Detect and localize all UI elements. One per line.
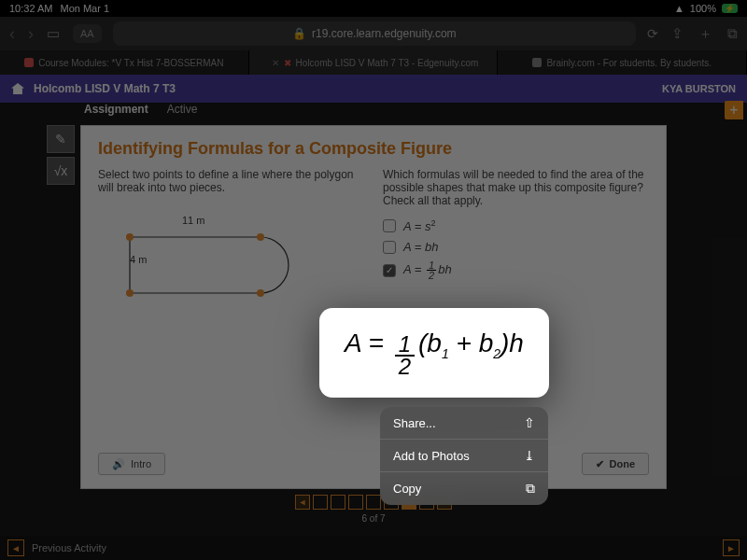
page-1[interactable] [313, 495, 328, 510]
option-3[interactable]: A = 12bh [383, 260, 649, 280]
tab-icon [532, 58, 542, 67]
lesson-card: Identifying Formulas for a Composite Fig… [80, 125, 667, 489]
url-text: r19.core.learn.edgenuity.com [312, 27, 457, 40]
share-icon: ⇧ [524, 415, 535, 430]
footer: ◄ Previous Activity ► [0, 536, 747, 560]
tabs-icon[interactable]: ⧉ [727, 25, 738, 43]
speaker-icon: 🔊 [112, 458, 125, 470]
new-tab-icon[interactable]: ＋ [698, 25, 712, 43]
option-1[interactable]: A = s2 [383, 218, 649, 233]
svg-point-2 [257, 289, 264, 297]
tab-course-modules[interactable]: Course Modules: *V Tx Hist 7-BOSSERMAN [0, 50, 249, 75]
page-3[interactable] [348, 495, 363, 510]
status-date: Mon Mar 1 [60, 3, 109, 14]
reload-icon[interactable]: ⟳ [647, 26, 658, 41]
menu-copy[interactable]: Copy ⧉ [380, 472, 548, 505]
assignment-status: Active [167, 103, 198, 116]
page-2[interactable] [331, 495, 345, 510]
lock-icon: 🔒 [292, 27, 306, 40]
checkbox-checked[interactable] [383, 264, 396, 277]
context-menu: Share... ⇧ Add to Photos ⤓ Copy ⧉ [380, 407, 548, 505]
svg-point-3 [126, 289, 134, 297]
home-icon[interactable] [11, 83, 24, 94]
check-icon: ✔ [596, 458, 604, 470]
course-title: Holcomb LISD V Math 7 T3 [34, 82, 176, 95]
footer-prev-label[interactable]: Previous Activity [32, 542, 106, 553]
menu-share[interactable]: Share... ⇧ [380, 407, 548, 440]
assignment-label: Assignment [84, 103, 148, 116]
assignment-header: Assignment Active [84, 103, 197, 116]
forward-button[interactable]: › [28, 24, 34, 44]
tab-brainly[interactable]: Brainly.com - For students. By students. [498, 50, 747, 75]
add-button[interactable]: + [725, 101, 743, 119]
battery-text: 100% [690, 3, 716, 14]
tab-icon [24, 58, 34, 67]
done-button[interactable]: ✔ Done [582, 453, 650, 475]
close-tab-icon[interactable]: ✕ [272, 58, 279, 68]
checkbox[interactable] [383, 241, 396, 254]
option-formula: A = s2 [403, 218, 436, 233]
formula-popover[interactable]: A = 12(b1 + b2)h [319, 308, 549, 398]
popover-formula: A = 12(b1 + b2)h [345, 329, 524, 377]
status-bar: 10:32 AM Mon Mar 1 ▲ 100% ⚡ [0, 0, 747, 17]
lesson-title: Identifying Formulas for a Composite Fig… [81, 126, 666, 168]
back-button[interactable]: ‹ [9, 24, 15, 44]
address-bar[interactable]: 🔒 r19.core.learn.edgenuity.com [113, 21, 636, 46]
options-list: A = s2 A = bh A = 12bh [383, 218, 649, 280]
pager: ◄ ► 6 of 7 [80, 495, 667, 524]
prompt-right: Which formulas will be needed to find th… [383, 168, 649, 207]
course-header: Holcomb LISD V Math 7 T3 KYA BURSTON [0, 75, 747, 103]
user-name: KYA BURSTON [662, 83, 736, 94]
calculator-tool[interactable]: √x [47, 157, 75, 185]
option-formula: A = 12bh [403, 260, 452, 280]
footer-prev-arrow[interactable]: ◄ [7, 539, 24, 556]
prompt-left: Select two points to define a line where… [98, 168, 364, 194]
svg-point-1 [257, 233, 264, 241]
text-size-button[interactable]: AA [73, 24, 102, 43]
pager-label: 6 of 7 [361, 513, 385, 524]
bookmarks-icon[interactable]: ▭ [47, 25, 60, 42]
copy-icon: ⧉ [526, 481, 535, 497]
intro-button[interactable]: 🔊 Intro [98, 453, 165, 475]
figure-top-label: 11 m [182, 215, 204, 226]
pager-prev[interactable]: ◄ [295, 495, 310, 510]
option-formula: A = bh [403, 240, 439, 254]
option-2[interactable]: A = bh [383, 240, 649, 254]
tool-column: ✎ √x [47, 125, 77, 189]
composite-figure[interactable]: 11 m 4 m [98, 217, 364, 319]
page-4[interactable] [366, 495, 381, 510]
checkbox[interactable] [383, 219, 396, 232]
share-icon[interactable]: ⇪ [671, 25, 684, 43]
tab-edgenuity[interactable]: ✕ ✖ Holcomb LISD V Math 7 T3 - Edgenuity… [249, 50, 499, 75]
menu-add-to-photos[interactable]: Add to Photos ⤓ [380, 440, 548, 472]
battery-icon: ⚡ [722, 4, 738, 13]
pencil-tool[interactable]: ✎ [47, 125, 75, 153]
download-icon: ⤓ [524, 448, 535, 463]
tab-strip: Course Modules: *V Tx Hist 7-BOSSERMAN ✕… [0, 50, 747, 75]
footer-next-arrow[interactable]: ► [723, 539, 740, 556]
wifi-icon: ▲ [674, 3, 684, 14]
status-time: 10:32 AM [9, 3, 52, 14]
browser-toolbar: ‹ › ▭ AA 🔒 r19.core.learn.edgenuity.com … [0, 17, 747, 50]
figure-svg [120, 228, 307, 302]
svg-point-0 [126, 233, 134, 241]
